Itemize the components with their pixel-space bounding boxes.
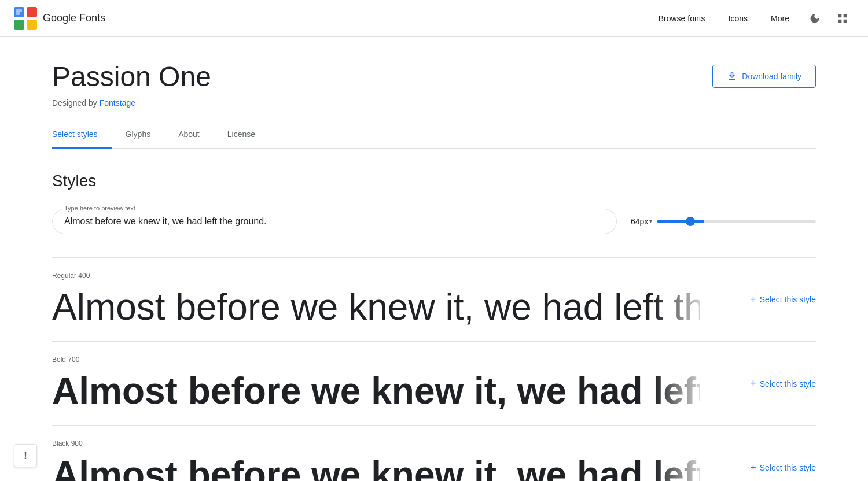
theme-toggle-button[interactable] — [803, 7, 826, 30]
style-preview-black: Almost before we knew it, we had left th… — [52, 454, 700, 481]
style-preview-regular: Almost before we knew it, we had left th… — [52, 287, 700, 327]
select-style-button-black[interactable]: + Select this style — [750, 457, 816, 478]
style-row-regular: Regular 400 Almost before we knew it, we… — [52, 257, 816, 341]
font-info: Passion One Designed by Fontstage — [52, 60, 211, 108]
header-nav: Browse fonts Icons More — [649, 7, 854, 30]
main-content: Passion One Designed by Fontstage Downlo… — [17, 37, 851, 481]
styles-title: Styles — [52, 172, 816, 190]
download-label: Download family — [742, 72, 801, 81]
size-slider[interactable] — [657, 220, 816, 223]
style-label-regular: Regular 400 — [52, 272, 816, 280]
preview-input-label: Type here to preview text — [62, 205, 138, 212]
style-preview-wrapper-black: Almost before we knew it, we had left th… — [52, 454, 816, 481]
svg-rect-4 — [16, 9, 22, 12]
preview-input-wrapper: Type here to preview text — [52, 209, 617, 234]
svg-rect-3 — [27, 20, 37, 30]
preview-area: Type here to preview text 64px ▾ — [52, 209, 816, 234]
size-value: 64px — [631, 217, 648, 226]
size-dropdown-arrow-icon[interactable]: ▾ — [649, 218, 652, 224]
style-label-bold: Bold 700 — [52, 356, 816, 364]
tab-license[interactable]: License — [214, 121, 269, 149]
tab-glyphs[interactable]: Glyphs — [112, 121, 165, 149]
style-preview-bold: Almost before we knew it, we had left th… — [52, 371, 700, 411]
grid-icon — [837, 13, 848, 24]
svg-rect-5 — [16, 12, 20, 15]
download-icon — [727, 71, 737, 82]
size-control: 64px ▾ — [631, 217, 816, 226]
logo-text: Google Fonts — [43, 12, 105, 24]
style-label-black: Black 900 — [52, 439, 816, 447]
tab-about[interactable]: About — [164, 121, 214, 149]
designer-link[interactable]: Fontstage — [100, 98, 135, 108]
designer-prefix: Designed by — [52, 98, 97, 108]
select-style-plus-icon-bold: + — [750, 378, 756, 390]
font-title: Passion One — [52, 60, 211, 94]
font-header: Passion One Designed by Fontstage Downlo… — [52, 37, 816, 121]
select-style-button-regular[interactable]: + Select this style — [750, 288, 816, 310]
select-style-plus-icon: + — [750, 293, 756, 305]
tabs-nav: Select styles Glyphs About License — [52, 121, 816, 149]
style-preview-wrapper-regular: Almost before we knew it, we had left th… — [52, 287, 816, 327]
grid-view-button[interactable] — [831, 7, 854, 30]
feedback-button[interactable]: ! — [14, 444, 37, 467]
svg-rect-1 — [27, 7, 37, 17]
tab-select-styles[interactable]: Select styles — [52, 121, 112, 149]
size-label: 64px ▾ — [631, 217, 652, 226]
styles-section: Styles Type here to preview text 64px ▾ … — [52, 149, 816, 481]
nav-icons[interactable]: Icons — [719, 9, 757, 28]
nav-more[interactable]: More — [762, 9, 799, 28]
header: Google Fonts Browse fonts Icons More — [0, 0, 868, 37]
style-row-black: Black 900 Almost before we knew it, we h… — [52, 425, 816, 481]
select-style-button-bold[interactable]: + Select this style — [750, 373, 816, 394]
svg-rect-2 — [14, 20, 24, 30]
download-family-button[interactable]: Download family — [712, 65, 816, 88]
select-style-label-regular: Select this style — [760, 295, 816, 304]
style-preview-wrapper-bold: Almost before we knew it, we had left th… — [52, 371, 816, 411]
select-style-plus-icon-black: + — [750, 461, 756, 473]
font-designer: Designed by Fontstage — [52, 98, 211, 108]
theme-icon — [809, 13, 821, 24]
preview-text-input[interactable] — [64, 216, 605, 227]
logo-link[interactable]: Google Fonts — [14, 7, 105, 30]
style-row-bold: Bold 700 Almost before we knew it, we ha… — [52, 341, 816, 425]
nav-browse-fonts[interactable]: Browse fonts — [649, 9, 715, 28]
select-style-label-bold: Select this style — [760, 379, 816, 388]
google-fonts-logo-icon — [14, 7, 37, 30]
select-style-label-black: Select this style — [760, 463, 816, 472]
feedback-icon: ! — [24, 450, 27, 462]
